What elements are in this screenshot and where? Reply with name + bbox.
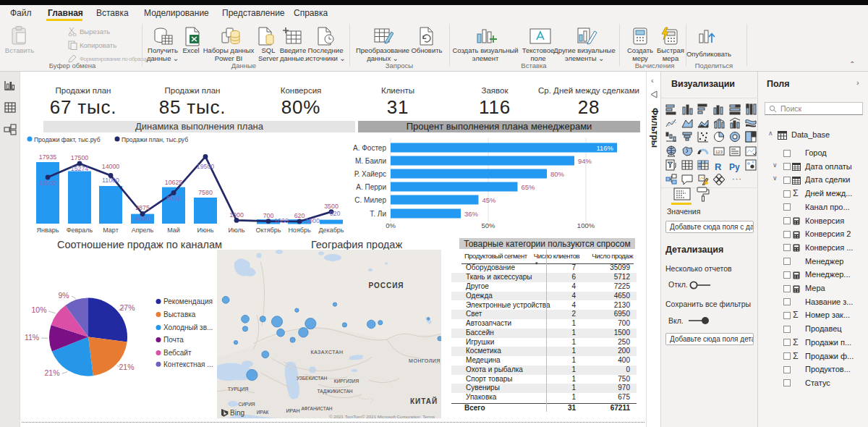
- svg-text:МОНГОЛИЯ: МОНГОЛИЯ: [409, 358, 441, 363]
- svg-text:Bing: Bing: [230, 409, 244, 417]
- svg-text:27%: 27%: [119, 303, 135, 312]
- svg-text:9002: 9002: [166, 195, 181, 202]
- svg-text:36%: 36%: [464, 210, 479, 218]
- svg-text:М. Баили: М. Баили: [355, 157, 386, 165]
- svg-text:45%: 45%: [482, 196, 497, 204]
- svg-text:С. Милер: С. Милер: [354, 196, 386, 204]
- svg-text:КАЗАХСТАН: КАЗАХСТАН: [310, 350, 343, 355]
- svg-text:КИТАЙ: КИТАЙ: [410, 397, 438, 405]
- svg-text:2875: 2875: [135, 204, 150, 211]
- svg-text:© 2021 TomTom© 2021 Microsoft: © 2021 TomTom© 2021 Microsoft Corporatio…: [329, 414, 435, 418]
- svg-text:КИРГИЗИЯ: КИРГИЗИЯ: [334, 379, 359, 384]
- svg-text:1000: 1000: [274, 217, 289, 224]
- svg-text:9%: 9%: [58, 291, 69, 300]
- svg-text:3500: 3500: [324, 203, 339, 210]
- svg-text:1000: 1000: [305, 217, 320, 224]
- svg-text:50%: 50%: [481, 221, 495, 229]
- svg-text:7580: 7580: [198, 189, 213, 196]
- svg-text:10625: 10625: [165, 179, 183, 186]
- svg-text:Апрель: Апрель: [132, 227, 154, 234]
- svg-text:РОССИЯ: РОССИЯ: [368, 282, 404, 289]
- svg-text:Март: Март: [103, 227, 119, 234]
- svg-text:ИРАН: ИРАН: [286, 408, 300, 413]
- svg-text:123: 123: [715, 149, 723, 153]
- svg-text:Т. Ли: Т. Ли: [370, 210, 386, 218]
- svg-text:11%: 11%: [25, 333, 39, 342]
- svg-text:65%: 65%: [522, 183, 536, 191]
- svg-text:80%: 80%: [550, 170, 565, 178]
- svg-text:Рекомендация: Рекомендация: [163, 297, 213, 305]
- svg-text:Январь: Январь: [37, 227, 59, 234]
- svg-text:Июнь: Июнь: [197, 227, 214, 234]
- svg-text:АФГАНИСТАН: АФГАНИСТАН: [301, 406, 332, 411]
- svg-text:Продажи факт, тыс.руб: Продажи факт, тыс.руб: [34, 136, 101, 143]
- svg-text:19500: 19500: [197, 163, 215, 170]
- svg-text:Холодный зв...: Холодный зв...: [163, 324, 213, 331]
- svg-text:17935: 17935: [39, 153, 57, 161]
- svg-text:17500: 17500: [71, 154, 89, 161]
- svg-text:Почта: Почта: [163, 336, 184, 344]
- svg-text:1000: 1000: [229, 211, 244, 219]
- svg-text:ТАДЖИКИСТАН: ТАДЖИКИСТАН: [317, 389, 352, 394]
- svg-text:700: 700: [263, 212, 274, 219]
- svg-text:100%: 100%: [577, 221, 595, 229]
- svg-text:21%: 21%: [119, 363, 134, 371]
- svg-text:Декабрь: Декабрь: [318, 227, 344, 234]
- svg-text:Р. Хайерс: Р. Хайерс: [354, 170, 386, 178]
- svg-text:116%: 116%: [596, 144, 613, 152]
- svg-text:Июль: Июль: [229, 227, 245, 234]
- svg-text:94%: 94%: [578, 157, 592, 165]
- svg-text:А. Фостер: А. Фостер: [353, 144, 386, 152]
- svg-text:620: 620: [294, 212, 305, 219]
- svg-text:4000: 4000: [135, 215, 150, 222]
- svg-text:15274: 15274: [71, 165, 89, 172]
- svg-text:920: 920: [330, 210, 341, 217]
- svg-text:Контекстная ...: Контекстная ...: [163, 360, 213, 368]
- svg-text:УЗБЕКИСТАН: УЗБЕКИСТАН: [297, 376, 328, 381]
- svg-text:А. Перри: А. Перри: [356, 183, 386, 191]
- svg-text:ИРАК: ИРАК: [257, 410, 269, 415]
- svg-text:Выставка: Выставка: [163, 310, 196, 318]
- svg-text:Октябрь: Октябрь: [256, 227, 281, 234]
- svg-text:Ноябрь: Ноябрь: [288, 227, 311, 234]
- svg-text:10%: 10%: [31, 305, 46, 314]
- svg-text:0%: 0%: [386, 221, 396, 229]
- svg-text:ТУРЦИЯ: ТУРЦИЯ: [228, 386, 249, 392]
- svg-text:21%: 21%: [44, 368, 59, 377]
- svg-text:14000: 14000: [102, 163, 120, 170]
- svg-text:13500: 13500: [39, 179, 57, 187]
- svg-text:Май: Май: [167, 227, 180, 234]
- svg-text:Февраль: Февраль: [67, 227, 93, 234]
- svg-text:Вебсайт: Вебсайт: [163, 349, 192, 357]
- svg-text:11000: 11000: [102, 177, 119, 184]
- svg-text:СИРИЯ: СИРИЯ: [238, 402, 255, 407]
- svg-text:Продажи план, тыс.руб: Продажи план, тыс.руб: [122, 136, 188, 143]
